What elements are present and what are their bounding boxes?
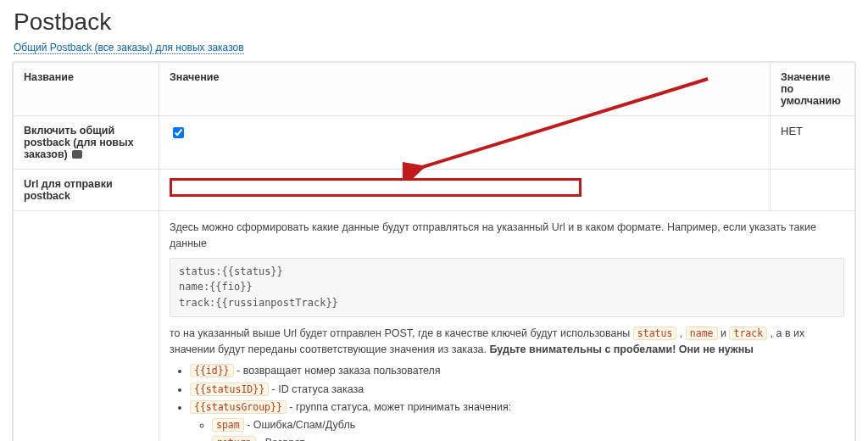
sg-return: return [212, 436, 256, 441]
var-id-desc: - возвращает номер заказа пользователя [236, 365, 441, 377]
help-intro: Здесь можно сформировать какие данные бу… [170, 220, 844, 253]
var-statusgroup: {{statusGroup}} [190, 400, 287, 414]
row-help-name [14, 211, 159, 442]
var-statusid-desc: - ID статуса заказа [272, 383, 364, 395]
key-name: name [686, 327, 718, 340]
settings-panel: Название Значение Значение по умолчанию … [12, 61, 856, 441]
key-status: status [633, 327, 677, 340]
col-header-value: Значение [159, 63, 771, 116]
table-row: Здесь можно сформировать какие данные бу… [14, 211, 855, 442]
col-header-name: Название [14, 63, 159, 116]
table-row: Включить общий postback (для новых заказ… [14, 116, 855, 170]
list-item: return - Возврат [212, 435, 844, 441]
table-row: Url для отправки postback [14, 170, 855, 211]
sg-spam-desc: - Ошибка/Спам/Дубль [244, 419, 356, 431]
comment-icon [72, 150, 82, 159]
help-warn: Будьте внимательны с пробелами! Они не н… [490, 343, 754, 355]
url-input[interactable] [170, 178, 581, 197]
help-codebox: status:{{status}} name:{{fio}} track:{{r… [170, 258, 844, 317]
var-list: {{id}} - возвращает номер заказа пользов… [170, 363, 844, 441]
list-item: {{id}} - возвращает номер заказа пользов… [190, 363, 844, 379]
page-title: Postback [14, 8, 854, 36]
sg-return-desc: - Возврат [256, 437, 305, 441]
list-item: {{statusGroup}} - группа статуса, может … [190, 399, 844, 441]
help-text: и [721, 327, 729, 339]
row-url-name: Url для отправки postback [14, 170, 159, 211]
help-text: то на указанный выше Url будет отправлен… [170, 327, 633, 339]
enable-checkbox[interactable] [173, 127, 184, 138]
row-enable-name: Включить общий postback (для новых заказ… [14, 116, 159, 170]
sg-spam: spam [212, 418, 244, 432]
row-enable-value [159, 116, 771, 170]
col-header-default: Значение по умолчанию [771, 63, 855, 116]
list-item: {{statusID}} - ID статуса заказа [190, 382, 844, 398]
row-help-value: Здесь можно сформировать какие данные бу… [159, 211, 855, 442]
list-item: spam - Ошибка/Спам/Дубль [212, 417, 844, 433]
var-statusid: {{statusID}} [190, 382, 269, 396]
var-id: {{id}} [190, 364, 234, 377]
row-url-default [771, 170, 855, 211]
statusgroup-values: spam - Ошибка/Спам/Дубль return - Возвра… [190, 417, 844, 441]
row-enable-default: НЕТ [771, 116, 855, 170]
row-url-value [159, 170, 771, 211]
help-text: , [680, 327, 686, 339]
var-statusgroup-desc: - группа статуса, может принимать значен… [289, 401, 511, 413]
help-block: Здесь можно сформировать какие данные бу… [170, 220, 844, 441]
settings-table: Название Значение Значение по умолчанию … [13, 62, 855, 441]
section-link[interactable]: Общий Postback (все заказы) для новых за… [14, 42, 244, 54]
key-track: track [729, 327, 767, 340]
help-sentence2: то на указанный выше Url будет отправлен… [170, 326, 844, 359]
